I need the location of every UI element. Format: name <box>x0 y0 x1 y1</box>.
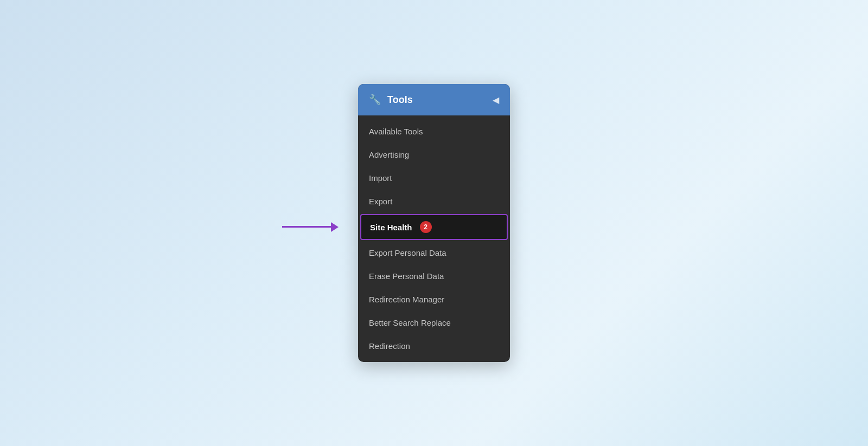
redirection-manager-label: Redirection Manager <box>369 295 444 304</box>
menu-header-arrow-icon: ◀ <box>493 95 499 105</box>
site-health-label: Site Health <box>370 223 412 232</box>
menu-items-list: Available Tools Advertising Import Expor… <box>358 115 510 362</box>
sidebar-item-export-personal-data[interactable]: Export Personal Data <box>358 241 510 264</box>
redirection-label: Redirection <box>369 341 410 351</box>
sidebar-item-available-tools[interactable]: Available Tools <box>358 120 510 143</box>
tools-menu-panel: 🔧 Tools ◀ Available Tools Advertising Im… <box>358 84 510 362</box>
arrow-line <box>282 226 331 228</box>
advertising-label: Advertising <box>369 150 409 159</box>
sidebar-item-import[interactable]: Import <box>358 166 510 190</box>
menu-header-title: Tools <box>387 94 413 106</box>
sidebar-item-export[interactable]: Export <box>358 190 510 213</box>
erase-personal-data-label: Erase Personal Data <box>369 272 444 281</box>
menu-header[interactable]: 🔧 Tools ◀ <box>358 84 510 115</box>
better-search-replace-label: Better Search Replace <box>369 318 451 327</box>
export-label: Export <box>369 197 392 206</box>
site-health-badge: 2 <box>420 221 432 233</box>
arrow-indicator <box>282 222 339 232</box>
sidebar-item-site-health[interactable]: Site Health 2 <box>360 214 508 240</box>
wrench-icon: 🔧 <box>369 94 381 106</box>
arrow-head <box>331 222 339 232</box>
scene: 🔧 Tools ◀ Available Tools Advertising Im… <box>358 84 510 362</box>
sidebar-item-redirection[interactable]: Redirection <box>358 334 510 358</box>
sidebar-item-advertising[interactable]: Advertising <box>358 143 510 166</box>
sidebar-item-erase-personal-data[interactable]: Erase Personal Data <box>358 264 510 288</box>
import-label: Import <box>369 173 392 183</box>
available-tools-label: Available Tools <box>369 127 423 136</box>
sidebar-item-better-search-replace[interactable]: Better Search Replace <box>358 311 510 334</box>
sidebar-item-redirection-manager[interactable]: Redirection Manager <box>358 288 510 311</box>
export-personal-data-label: Export Personal Data <box>369 248 446 257</box>
